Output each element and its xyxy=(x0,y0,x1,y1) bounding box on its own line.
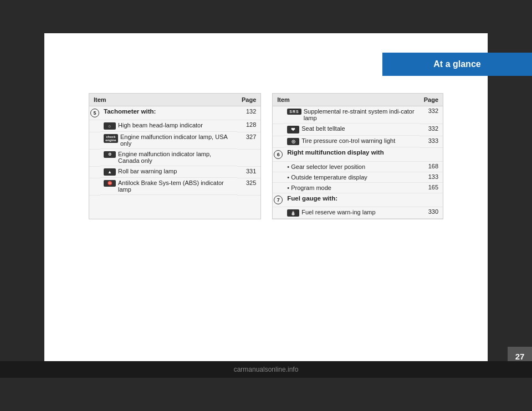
right-col-page: Page xyxy=(420,94,443,106)
table-row: ⛔ Antilock Brake Sys-tem (ABS) indicator… xyxy=(89,178,260,195)
sub-item-temp: • Outside temperature display xyxy=(284,172,419,182)
sub-item-rollbar: ▲ Roll bar warning lamp xyxy=(100,166,237,178)
tables-container: Item Page 5 Tachometer with: 132 xyxy=(89,93,443,219)
table-row: 5 Tachometer with: 132 xyxy=(89,106,260,120)
sub-page-temp: 133 xyxy=(420,172,443,182)
check-engine-icon: checkengine xyxy=(104,134,118,143)
sub-item-program: • Program mode xyxy=(284,182,419,193)
sub-page-gear: 168 xyxy=(420,161,443,172)
bottom-bar: carmanualsonline.info xyxy=(0,361,532,378)
table-row: • Program mode 165 xyxy=(273,182,443,193)
right-table-wrapper: Item Page SRS Supplemental re-straint sy… xyxy=(272,93,443,219)
sub-page-abs: 325 xyxy=(237,178,260,195)
left-table-header-row: Item Page xyxy=(89,94,260,106)
sub-page-program: 165 xyxy=(420,182,443,193)
sub-page-tire: 333 xyxy=(420,136,443,147)
section-label-7: Fuel gauge with: xyxy=(284,193,419,207)
header-tab-label: At a glance xyxy=(433,59,480,69)
table-row: 7 Fuel gauge with: xyxy=(273,193,443,207)
sub-item-gear: • Gear selector lever position xyxy=(284,161,419,172)
sub-item-engine-canada: ⚙ Engine malfunction indicator lamp, Can… xyxy=(100,149,237,166)
left-table: Item Page 5 Tachometer with: 132 xyxy=(89,94,260,196)
watermark-text: carmanualsonline.info xyxy=(234,366,299,373)
sub-page-rollbar: 331 xyxy=(237,166,260,178)
table-row: ▲ Roll bar warning lamp 331 xyxy=(89,166,260,178)
engine-canada-icon: ⚙ xyxy=(104,151,116,158)
table-row: • Outside temperature display 133 xyxy=(273,172,443,182)
table-row: checkengine Engine malfunction indicator… xyxy=(89,132,260,149)
section-number-5: 5 xyxy=(89,106,100,120)
sub-item-srs: SRS Supplemental re-straint system indi-… xyxy=(284,106,419,124)
fuel-icon: ⛄ xyxy=(287,209,299,217)
table-row: ◎ Tire pressure con-trol warning light 3… xyxy=(273,136,443,147)
right-table: Item Page SRS Supplemental re-straint sy… xyxy=(273,94,443,219)
table-row: ❤ Seat belt telltale 332 xyxy=(273,124,443,136)
left-col-page: Page xyxy=(237,94,260,106)
table-row: ☼ High beam head-lamp indicator 128 xyxy=(89,120,260,132)
table-row: • Gear selector lever position 168 xyxy=(273,161,443,172)
sub-item-highbeam: ☼ High beam head-lamp indicator xyxy=(100,120,237,132)
sub-page-fuel: 330 xyxy=(420,207,443,219)
abs-icon: ⛔ xyxy=(104,180,116,187)
sub-page-highbeam: 128 xyxy=(237,120,260,132)
right-col-item: Item xyxy=(273,94,419,106)
section-label-6: Right multifunction display with xyxy=(284,147,419,161)
sub-page-engine-canada xyxy=(237,149,260,166)
sub-page-srs: 332 xyxy=(420,106,443,124)
table-row: ⚙ Engine malfunction indicator lamp, Can… xyxy=(89,149,260,166)
sub-item-fuel: ⛄ Fuel reserve warn-ing lamp xyxy=(284,207,419,219)
sub-item-seatbelt: ❤ Seat belt telltale xyxy=(284,124,419,136)
sub-page-seatbelt: 332 xyxy=(420,124,443,136)
tire-icon: ◎ xyxy=(287,138,299,145)
table-row: SRS Supplemental re-straint system indi-… xyxy=(273,106,443,124)
header-tab: At a glance xyxy=(382,53,532,76)
left-col-item: Item xyxy=(89,94,237,106)
srs-icon: SRS xyxy=(287,109,301,115)
left-table-wrapper: Item Page 5 Tachometer with: 132 xyxy=(89,93,261,219)
sub-item-abs: ⛔ Antilock Brake Sys-tem (ABS) indicator… xyxy=(100,178,237,195)
section-number-7: 7 xyxy=(273,193,284,207)
table-row: 6 Right multifunction display with xyxy=(273,147,443,161)
sub-item-engine-usa: checkengine Engine malfunction indicator… xyxy=(100,132,237,149)
seatbelt-icon: ❤ xyxy=(287,126,299,133)
section-page-5: 132 xyxy=(237,106,260,120)
page-number: 27 xyxy=(515,352,525,361)
section-label-5: Tachometer with: xyxy=(100,106,237,120)
highbeam-icon: ☼ xyxy=(104,122,116,130)
right-table-header-row: Item Page xyxy=(273,94,443,106)
rollbar-icon: ▲ xyxy=(104,168,116,176)
section-number-6: 6 xyxy=(273,147,284,161)
sub-page-engine-usa: 327 xyxy=(237,132,260,149)
sub-item-tire: ◎ Tire pressure con-trol warning light xyxy=(284,136,419,147)
table-row: ⛄ Fuel reserve warn-ing lamp 330 xyxy=(273,207,443,219)
